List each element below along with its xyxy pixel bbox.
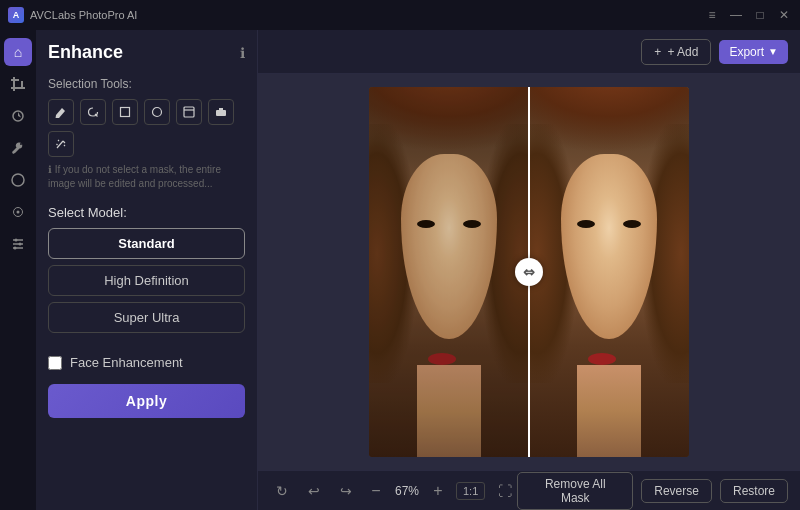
split-arrows-icon: ⇔ bbox=[523, 264, 535, 280]
nav-icon-crop[interactable] bbox=[4, 70, 32, 98]
content-area: + + Add Export ▼ bbox=[258, 30, 800, 510]
nav-icon-sliders[interactable] bbox=[4, 230, 32, 258]
add-icon: + bbox=[654, 45, 661, 59]
nav-icon-home[interactable]: ⌂ bbox=[4, 38, 32, 66]
face-enhancement-row: Face Enhancement bbox=[48, 355, 245, 370]
tool-rect[interactable] bbox=[112, 99, 138, 125]
divider-handle[interactable]: ⇔ bbox=[515, 258, 543, 286]
apply-button[interactable]: Apply bbox=[48, 384, 245, 418]
main-layout: ⌂ bbox=[0, 30, 800, 510]
svg-rect-5 bbox=[121, 108, 130, 117]
nav-icon-tools[interactable] bbox=[4, 134, 32, 162]
top-bar: + + Add Export ▼ bbox=[258, 30, 800, 74]
title-bar: A AVCLabs PhotoPro AI ≡ — □ ✕ bbox=[0, 0, 800, 30]
zoom-out-button[interactable]: − bbox=[366, 481, 386, 501]
svg-rect-9 bbox=[216, 110, 226, 116]
info-icon[interactable]: ℹ bbox=[240, 45, 245, 61]
tool-hint: ℹ If you do not select a mask, the entir… bbox=[48, 163, 245, 191]
bottom-controls-right: Remove All Mask Reverse Restore bbox=[517, 472, 788, 510]
image-after bbox=[529, 87, 689, 457]
redo-icon[interactable]: ↪ bbox=[334, 479, 358, 503]
nav-icon-enhance[interactable] bbox=[4, 102, 32, 130]
bottom-controls-left: ↻ ↩ ↪ − 67% + 1:1 ⛶ bbox=[270, 479, 517, 503]
refresh-icon[interactable]: ↻ bbox=[270, 479, 294, 503]
fit-screen-icon[interactable]: ⛶ bbox=[493, 479, 517, 503]
svg-point-4 bbox=[14, 247, 17, 250]
chevron-down-icon: ▼ bbox=[768, 46, 778, 57]
close-button[interactable]: ✕ bbox=[776, 8, 792, 22]
canvas-area[interactable]: ⇔ bbox=[258, 74, 800, 470]
ratio-button[interactable]: 1:1 bbox=[456, 482, 485, 500]
sidebar-title: Enhance bbox=[48, 42, 123, 63]
tool-magic[interactable] bbox=[48, 131, 74, 157]
zoom-in-button[interactable]: + bbox=[428, 481, 448, 501]
bottom-bar: ↻ ↩ ↪ − 67% + 1:1 ⛶ Remove All Mask Reve… bbox=[258, 470, 800, 510]
nav-icon-settings[interactable] bbox=[4, 198, 32, 226]
tool-pen[interactable] bbox=[48, 99, 74, 125]
app-icon: A bbox=[8, 7, 24, 23]
add-button[interactable]: + + Add bbox=[641, 39, 711, 65]
face-enhancement-label: Face Enhancement bbox=[70, 355, 183, 370]
nav-icon-effects[interactable] bbox=[4, 166, 32, 194]
reverse-button[interactable]: Reverse bbox=[641, 479, 712, 503]
tool-hint-icon: ℹ bbox=[48, 164, 52, 175]
image-container: ⇔ bbox=[369, 87, 689, 457]
title-bar-left: A AVCLabs PhotoPro AI bbox=[8, 7, 137, 23]
model-high-definition-button[interactable]: High Definition bbox=[48, 265, 245, 296]
zoom-controls: − 67% + bbox=[366, 481, 448, 501]
nav-icons-panel: ⌂ bbox=[0, 30, 36, 510]
maximize-button[interactable]: □ bbox=[752, 8, 768, 22]
restore-button[interactable]: Restore bbox=[720, 479, 788, 503]
undo-icon[interactable]: ↩ bbox=[302, 479, 326, 503]
minimize-button[interactable]: — bbox=[728, 8, 744, 22]
export-button[interactable]: Export ▼ bbox=[719, 40, 788, 64]
tool-mask[interactable] bbox=[176, 99, 202, 125]
sidebar: Enhance ℹ Selection Tools: bbox=[36, 30, 258, 510]
face-enhancement-checkbox[interactable] bbox=[48, 356, 62, 370]
sidebar-header: Enhance ℹ bbox=[48, 42, 245, 63]
window-controls: ≡ — □ ✕ bbox=[704, 8, 792, 22]
tool-erase[interactable] bbox=[208, 99, 234, 125]
menu-icon[interactable]: ≡ bbox=[704, 8, 720, 22]
svg-rect-7 bbox=[184, 107, 194, 117]
app-name: AVCLabs PhotoPro AI bbox=[30, 9, 137, 21]
selection-tools-label: Selection Tools: bbox=[48, 77, 245, 91]
tool-circle[interactable] bbox=[144, 99, 170, 125]
svg-point-1 bbox=[12, 174, 24, 186]
svg-point-2 bbox=[15, 239, 18, 242]
svg-point-3 bbox=[19, 243, 22, 246]
svg-point-6 bbox=[153, 108, 162, 117]
remove-all-mask-button[interactable]: Remove All Mask bbox=[517, 472, 633, 510]
model-section: Select Model: Standard High Definition S… bbox=[48, 205, 245, 339]
zoom-value: 67% bbox=[392, 484, 422, 498]
model-super-ultra-button[interactable]: Super Ultra bbox=[48, 302, 245, 333]
model-standard-button[interactable]: Standard bbox=[48, 228, 245, 259]
tools-row bbox=[48, 99, 245, 157]
tool-lasso[interactable] bbox=[80, 99, 106, 125]
model-label: Select Model: bbox=[48, 205, 245, 220]
image-before bbox=[369, 87, 529, 457]
